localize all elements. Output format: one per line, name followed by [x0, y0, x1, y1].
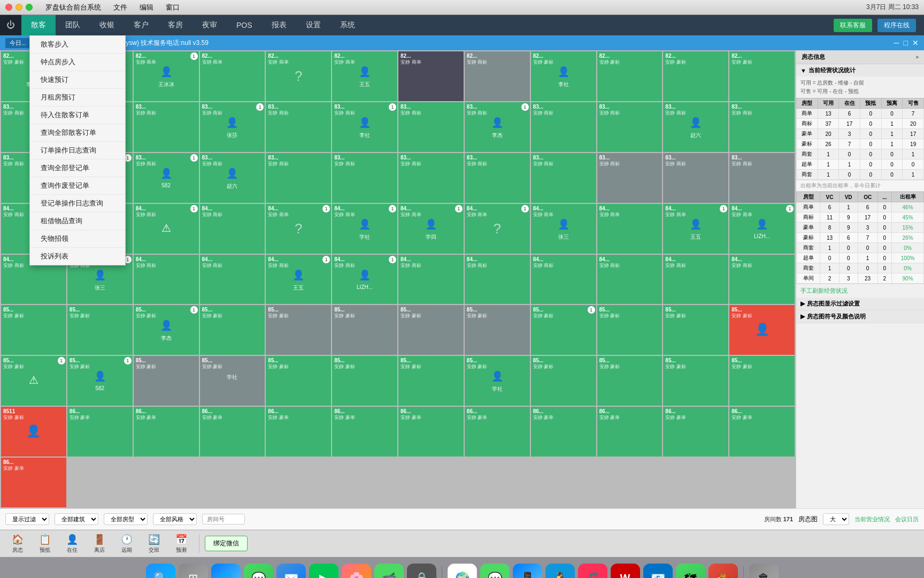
menu-查询全部登记单[interactable]: 查询全部登记单	[30, 159, 125, 177]
dock-maps[interactable]: 🗺	[676, 564, 705, 578]
minimize-button[interactable]	[16, 4, 22, 11]
room-cell[interactable]: 83...安静 商标	[398, 102, 464, 152]
room-cell[interactable]: 85...安静 豪标	[332, 356, 397, 406]
close-button[interactable]	[5, 4, 12, 11]
current-business-link[interactable]: 当前营业情况	[854, 515, 890, 523]
room-cell[interactable]: 86...安静 豪单	[531, 407, 596, 457]
dock-iqiyi[interactable]: ▶	[309, 564, 338, 578]
stats-section-title[interactable]: ▼ 当前经营状况统计	[796, 64, 924, 77]
filter-building-select[interactable]: 全部建筑	[55, 513, 98, 525]
room-cell[interactable]: 84...安静 商标	[531, 255, 596, 305]
nav-item-收银[interactable]: 收银	[90, 15, 124, 35]
room-cell[interactable]: 86...安静 豪单	[200, 407, 265, 457]
nav-item-pos[interactable]: POS	[227, 15, 262, 35]
bind-wechat-button[interactable]: 绑定微信	[205, 536, 248, 551]
menu-失物招领[interactable]: 失物招领	[30, 230, 125, 248]
dock-outlook[interactable]: 📧	[643, 564, 673, 578]
room-cell[interactable]: 85...安静 豪标1👤李杰	[134, 305, 199, 355]
room-cell[interactable]: 86...安静 豪单	[465, 407, 530, 457]
menu-订单操作日志查询[interactable]: 订单操作日志查询	[30, 142, 125, 159]
filter-section-title[interactable]: ▶ 房态图显示过滤设置	[796, 298, 924, 310]
menu-file[interactable]: 文件	[111, 2, 129, 13]
menu-查询全部散客订单[interactable]: 查询全部散客订单	[30, 124, 125, 142]
room-cell[interactable]: 82...安静 豪标	[597, 51, 663, 101]
tab-room-state[interactable]: 🏠 房态	[5, 531, 30, 556]
room-cell[interactable]: 84...安静 商标	[729, 255, 795, 305]
view-size-select[interactable]: 大 中 小	[823, 513, 849, 525]
dock-finder[interactable]: 🔍	[146, 564, 175, 578]
tab-in-house[interactable]: 👤 在住	[60, 531, 84, 556]
dock-passwords[interactable]: 🔒	[407, 564, 436, 578]
room-cell[interactable]: 83...安静 商标	[729, 102, 795, 152]
dock-photos[interactable]: 🌸	[342, 564, 371, 578]
room-cell[interactable]: 84...安静 商标	[398, 255, 464, 305]
room-cell[interactable]: 85...安静 豪标	[1, 305, 66, 355]
room-cell[interactable]: 82...安静 豪标	[663, 51, 728, 101]
restore-window-button[interactable]: □	[904, 39, 908, 47]
dock-chrome[interactable]: 🌍	[448, 564, 477, 578]
room-cell[interactable]: 8511安静 豪标👤	[1, 407, 66, 457]
power-button[interactable]: ⏻	[0, 15, 21, 35]
room-cell[interactable]: 83...安静 商标👤赵六	[200, 153, 265, 203]
tab-checkout[interactable]: 🚪 离店	[87, 531, 112, 556]
room-cell[interactable]: 82...安静 商单	[200, 51, 265, 101]
room-cell[interactable]: 82...安静 豪标	[729, 51, 795, 101]
room-cell[interactable]: 86...安静 豪单	[1, 458, 66, 507]
room-cell[interactable]: 83...安静 商标1👤李社	[332, 102, 397, 152]
filter-roomtype-select[interactable]: 全部房型	[104, 513, 148, 525]
filter-style-select[interactable]: 全部风格	[153, 513, 197, 525]
room-cell[interactable]: 85...安静 豪标1	[531, 305, 596, 355]
dock-messages[interactable]: 💬	[244, 564, 273, 578]
room-cell[interactable]: 83...安静 商标1👤582	[134, 153, 199, 203]
menu-edit[interactable]: 编辑	[137, 2, 156, 13]
room-cell[interactable]: 84...安静 商标1⚠	[134, 204, 199, 254]
room-cell[interactable]: 83...安静 商标	[531, 153, 596, 203]
room-cell[interactable]: 83...安静 商标	[597, 102, 663, 152]
close-window-button[interactable]: ✕	[912, 39, 919, 47]
panel-expand-button[interactable]: »	[915, 54, 919, 60]
maximize-button[interactable]	[26, 4, 33, 11]
room-cell[interactable]: 86...安静 豪单	[332, 407, 397, 457]
room-cell[interactable]: 82...安静 商单👤王五	[332, 51, 397, 101]
room-cell[interactable]: 82...安静 商单1👤王冰冰	[134, 51, 199, 101]
contact-service-button[interactable]: 联系客服	[834, 19, 872, 32]
room-cell[interactable]: 85...安静 豪标	[332, 305, 397, 355]
dock-music[interactable]: 🎵	[578, 564, 607, 578]
minimize-window-button[interactable]: ─	[894, 39, 899, 47]
room-cell[interactable]: 84...安静 商标	[134, 255, 199, 305]
room-cell[interactable]: 85...安静 豪标👤学社	[465, 356, 530, 406]
room-cell[interactable]: 85...安静 豪标	[266, 305, 331, 355]
room-cell[interactable]: 82...安静 商标	[465, 51, 530, 101]
room-cell[interactable]: 84...安静 商单1👤王五	[663, 204, 728, 254]
room-cell[interactable]: 86...安静 豪单	[266, 407, 331, 457]
room-cell[interactable]: 85...安静 豪标	[663, 356, 728, 406]
room-cell[interactable]: 84...安静 商单👤张三	[531, 204, 596, 254]
menu-快速预订[interactable]: 快速预订	[30, 71, 125, 89]
filter-show-select[interactable]: 显示过滤	[5, 513, 49, 525]
menu-投诉列表[interactable]: 投诉列表	[30, 248, 125, 265]
dock-app-red[interactable]: 🍅	[709, 564, 738, 578]
room-cell[interactable]: 85...安静 豪标1👤582	[67, 356, 133, 406]
nav-item-客房[interactable]: 客房	[158, 15, 192, 35]
room-cell[interactable]: 85...安静 豪标	[266, 356, 331, 406]
dock-safari[interactable]: 🌐	[211, 564, 241, 578]
menu-钟点房步入[interactable]: 钟点房步入	[30, 54, 125, 71]
meeting-calendar-link[interactable]: 会议日历	[895, 515, 919, 523]
room-cell[interactable]: 84...安静 商单	[597, 204, 663, 254]
nav-item-报表[interactable]: 报表	[262, 15, 296, 35]
dock-appstore[interactable]: 📱	[513, 564, 542, 578]
room-cell[interactable]: 84...安静 商标	[597, 255, 663, 305]
tab-forecast[interactable]: 📅 预测	[169, 531, 194, 556]
room-cell[interactable]: 84...安静 商单1?	[465, 204, 530, 254]
room-cell[interactable]: 84...安静 商标	[200, 255, 265, 305]
room-cell[interactable]: 85...安静 豪标	[200, 305, 265, 355]
nav-item-散客[interactable]: 散客	[21, 15, 56, 35]
room-cell[interactable]: 84...安静 商标	[200, 204, 265, 254]
room-cell[interactable]: 86...安静 豪单	[398, 407, 464, 457]
legend-section-title[interactable]: ▶ 房态图符号及颜色说明	[796, 310, 924, 323]
room-cell[interactable]: 82...安静 商单?	[266, 51, 331, 101]
room-cell[interactable]: 82...安静 商单	[398, 51, 464, 101]
room-cell[interactable]: 84...安静 商单1👤学四	[398, 204, 464, 254]
room-cell[interactable]: 83...安静 商标👤赵六	[663, 102, 728, 152]
room-cell[interactable]: 83...安静 商标	[531, 102, 596, 152]
